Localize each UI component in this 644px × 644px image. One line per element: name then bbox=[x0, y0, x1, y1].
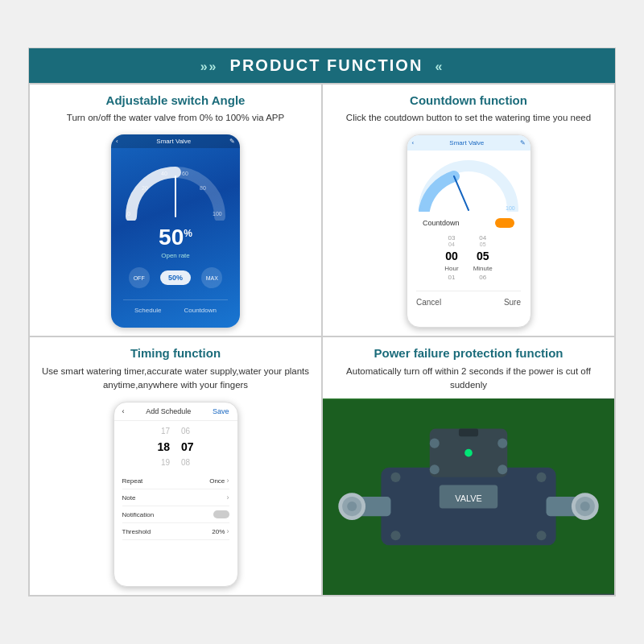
cell-power-failure: Power failure protection function Automa… bbox=[322, 336, 615, 596]
cell-desc-power: Automatically turn off within 2 seconds … bbox=[323, 365, 614, 399]
sch-title: Add Schedule bbox=[146, 407, 191, 415]
deco-left: »» bbox=[200, 60, 218, 73]
sch-settings: Repeat Once › Note › Notification Thresh… bbox=[114, 473, 237, 586]
gauge-value: 50% bbox=[159, 225, 192, 250]
features-grid: Adjustable switch Angle Turn on/off the … bbox=[29, 83, 615, 597]
phone-top-bar-angle: ‹ Smart Valve ✎ bbox=[111, 134, 240, 148]
cd-gauge: 0 100 bbox=[412, 155, 525, 212]
cell-desc-timing: Use smart watering timer,accurate water … bbox=[30, 365, 321, 399]
sch-notif-toggle[interactable] bbox=[213, 510, 229, 518]
cd-min-label2: 05 bbox=[480, 242, 486, 247]
cd-time-picker: 03 04 00 Hour 01 04 05 05 Minute 06 bbox=[444, 234, 492, 281]
sch-h2: 18 bbox=[157, 440, 170, 453]
svg-point-14 bbox=[497, 439, 507, 448]
svg-point-15 bbox=[430, 465, 440, 475]
sch-m2: 07 bbox=[181, 440, 194, 453]
back-arrow: ‹ bbox=[116, 138, 118, 145]
phone-nav: Schedule Countdown bbox=[123, 299, 228, 314]
svg-point-21 bbox=[347, 502, 357, 511]
svg-rect-32 bbox=[459, 429, 478, 437]
sch-save-btn[interactable]: Save bbox=[213, 407, 229, 415]
gauge-area: 0 20 40 60 80 100 bbox=[119, 156, 232, 221]
cd-label: Countdown bbox=[423, 219, 460, 227]
cd-hour-unit: Hour bbox=[444, 265, 458, 272]
phone-controls: OFF 50% MAX bbox=[123, 267, 228, 288]
sch-repeat-value: Once › bbox=[209, 477, 229, 485]
sch-note-row: Note › bbox=[122, 489, 229, 506]
phone-countdown: ‹ Smart Valve ✎ 0 100 Countdown bbox=[407, 134, 531, 328]
cell-desc-countdown: Click the coutdown button to set the wat… bbox=[335, 111, 602, 131]
phone-schedule: ‹ Add Schedule Save 17 06 18 07 19 bbox=[114, 402, 238, 587]
nav-schedule[interactable]: Schedule bbox=[134, 307, 161, 314]
valve-hardware-image: VALVE bbox=[323, 398, 614, 595]
sch-threshold-label: Threshold bbox=[122, 528, 151, 535]
svg-point-16 bbox=[497, 465, 507, 475]
gauge-svg: 0 20 40 60 80 100 bbox=[119, 156, 232, 221]
cell-title-countdown: Countdown function bbox=[402, 85, 535, 112]
sch-row-1: 17 06 bbox=[161, 424, 190, 438]
svg-text:100: 100 bbox=[213, 211, 222, 217]
svg-point-31 bbox=[464, 449, 473, 457]
svg-text:20: 20 bbox=[142, 185, 148, 191]
deco-right: « bbox=[435, 60, 444, 73]
section-header: »» PRODUCT FUNCTION « bbox=[29, 48, 615, 83]
svg-text:40: 40 bbox=[161, 171, 167, 176]
header-title: PRODUCT FUNCTION bbox=[230, 56, 423, 74]
svg-point-27 bbox=[390, 531, 400, 541]
cd-hour-col: 03 04 00 Hour 01 bbox=[444, 234, 458, 281]
phone-mockup-angle: ‹ Smart Valve ✎ 0 20 bbox=[111, 134, 240, 328]
nav-countdown[interactable]: Countdown bbox=[184, 307, 216, 314]
gauge-label: Open rate bbox=[161, 252, 190, 259]
sch-note-label: Note bbox=[122, 494, 136, 502]
sch-notif-label: Notification bbox=[122, 511, 155, 518]
cd-min-selected: 05 bbox=[477, 250, 489, 262]
sch-note-arrow: › bbox=[227, 493, 229, 502]
cd-edit: ✎ bbox=[520, 139, 526, 147]
off-button[interactable]: OFF bbox=[129, 267, 150, 288]
cell-desc-angle: Turn on/off the water valve from 0% to 1… bbox=[56, 111, 295, 131]
cd-toggle[interactable] bbox=[495, 218, 514, 228]
sch-back: ‹ bbox=[122, 407, 125, 415]
cd-hour-selected: 00 bbox=[445, 250, 458, 262]
percent-control[interactable]: 50% bbox=[160, 270, 191, 285]
svg-text:100: 100 bbox=[506, 205, 515, 211]
cell-title-timing: Timing function bbox=[122, 337, 229, 365]
cd-footer: Cancel Sure bbox=[416, 291, 521, 307]
svg-point-13 bbox=[430, 439, 440, 448]
svg-point-26 bbox=[536, 473, 546, 482]
cd-min-prev: 04 bbox=[479, 234, 486, 242]
cd-countdown-bar: Countdown bbox=[416, 218, 521, 228]
svg-point-28 bbox=[536, 531, 546, 541]
sch-notif-row: Notification bbox=[122, 506, 229, 523]
max-button[interactable]: MAX bbox=[201, 267, 222, 288]
cd-gauge-svg: 0 100 bbox=[412, 155, 525, 212]
cd-sure-btn[interactable]: Sure bbox=[504, 298, 521, 307]
cell-title-angle: Adjustable switch Angle bbox=[98, 85, 254, 112]
svg-text:VALVE: VALVE bbox=[455, 493, 481, 503]
cd-hour-label: 04 bbox=[448, 242, 455, 247]
svg-text:0: 0 bbox=[420, 205, 423, 211]
cell-countdown: Countdown function Click the coutdown bu… bbox=[322, 84, 615, 337]
cd-cancel-btn[interactable]: Cancel bbox=[416, 298, 441, 307]
valve-svg: VALVE bbox=[323, 398, 614, 595]
sch-threshold-row: Threshold 20% › bbox=[122, 523, 229, 540]
sch-h1: 17 bbox=[161, 427, 170, 436]
svg-point-24 bbox=[580, 502, 590, 511]
svg-text:60: 60 bbox=[182, 171, 188, 176]
cd-minute-col: 04 05 05 Minute 06 bbox=[473, 234, 493, 281]
svg-text:80: 80 bbox=[200, 185, 206, 191]
svg-point-25 bbox=[390, 473, 400, 482]
svg-text:0: 0 bbox=[127, 211, 130, 217]
sch-row-2: 18 07 bbox=[157, 438, 193, 456]
cell-timing: Timing function Use smart watering timer… bbox=[29, 336, 322, 596]
cd-top-bar: ‹ Smart Valve ✎ bbox=[407, 135, 530, 151]
sch-repeat-label: Repeat bbox=[122, 477, 143, 485]
sch-threshold-value: 20% › bbox=[212, 527, 229, 535]
cd-title: Smart Valve bbox=[449, 139, 484, 147]
cd-min-next: 06 bbox=[479, 274, 486, 281]
sch-top-bar: ‹ Add Schedule Save bbox=[114, 402, 237, 421]
cd-min-unit: Minute bbox=[473, 265, 493, 272]
sch-m3: 08 bbox=[181, 458, 190, 467]
phone-title-angle: Smart Valve bbox=[156, 138, 191, 145]
cd-back: ‹ bbox=[412, 139, 415, 147]
